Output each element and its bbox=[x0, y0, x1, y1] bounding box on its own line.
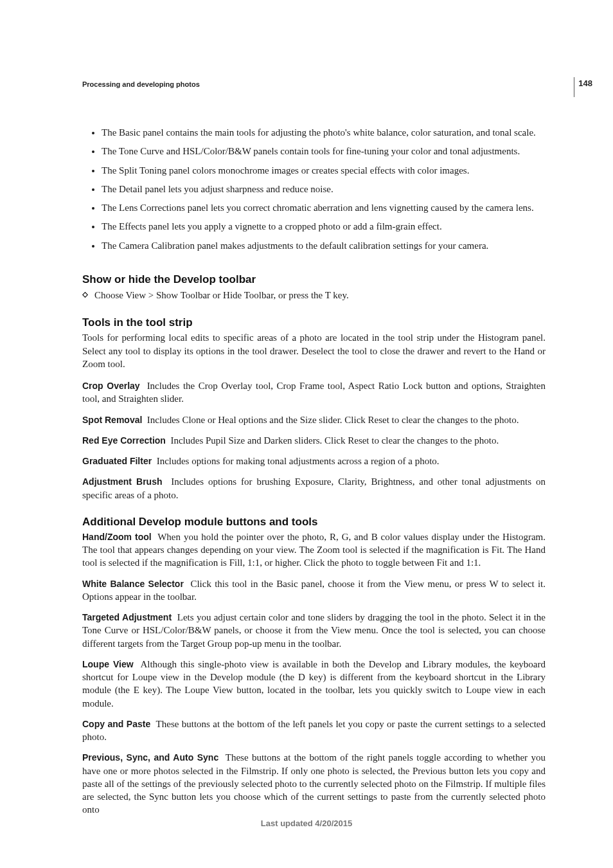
running-header: Processing and developing photos bbox=[82, 80, 546, 88]
term-desc: These buttons at the bottom of the left … bbox=[82, 719, 546, 742]
term-desc: Includes the Crop Overlay tool, Crop Fra… bbox=[82, 381, 546, 404]
term-label: Targeted Adjustment bbox=[82, 612, 172, 622]
term-desc: When you hold the pointer over the photo… bbox=[82, 532, 546, 568]
step-line: Choose View > Show Toolbar or Hide Toolb… bbox=[82, 288, 546, 303]
tool-hand-zoom: Hand/Zoom tool When you hold the pointer… bbox=[82, 530, 546, 570]
bullet-item: The Tone Curve and HSL/Color/B&W panels … bbox=[102, 143, 546, 159]
bullet-item: The Camera Calibration panel makes adjus… bbox=[102, 237, 546, 254]
additional-tools-heading: Additional Develop module buttons and to… bbox=[82, 516, 546, 529]
tools-strip-heading: Tools in the tool strip bbox=[82, 316, 546, 329]
term-label: Adjustment Brush bbox=[82, 476, 162, 487]
term-label: White Balance Selector bbox=[82, 579, 184, 589]
svg-rect-0 bbox=[83, 292, 88, 297]
tool-crop-overlay: Crop Overlay Includes the Crop Overlay t… bbox=[82, 379, 546, 406]
term-label: Graduated Filter bbox=[82, 456, 152, 466]
term-desc: Includes Clone or Heal options and the S… bbox=[147, 415, 519, 425]
tools-strip-intro: Tools for performing local edits to spec… bbox=[82, 331, 546, 370]
bullet-item: The Lens Corrections panel lets you corr… bbox=[102, 199, 546, 216]
tool-adjustment-brush: Adjustment Brush Includes options for br… bbox=[82, 475, 546, 502]
term-label: Previous, Sync, and Auto Sync bbox=[82, 752, 218, 763]
page-footer: Last updated 4/20/2015 bbox=[0, 818, 613, 828]
diamond-bullet-icon bbox=[82, 292, 88, 298]
tool-copy-paste: Copy and Paste These buttons at the bott… bbox=[82, 718, 546, 744]
term-desc: Although this single-photo view is avail… bbox=[82, 659, 546, 709]
bullet-item: The Effects panel lets you apply a vigne… bbox=[102, 218, 546, 235]
bullet-item: The Detail panel lets you adjust sharpne… bbox=[102, 181, 546, 197]
term-desc: Includes Pupil Size and Darken sliders. … bbox=[170, 435, 499, 446]
step-text: Choose View > Show Toolbar or Hide Toolb… bbox=[94, 290, 349, 300]
term-label: Red Eye Correction bbox=[82, 435, 166, 446]
term-label: Crop Overlay bbox=[82, 381, 140, 391]
show-hide-toolbar-heading: Show or hide the Develop toolbar bbox=[82, 273, 546, 286]
tool-targeted-adjustment: Targeted Adjustment Lets you adjust cert… bbox=[82, 611, 546, 650]
panel-bullet-list: The Basic panel contains the main tools … bbox=[82, 124, 546, 254]
tool-spot-removal: Spot Removal Includes Clone or Heal opti… bbox=[82, 413, 546, 426]
tool-graduated-filter: Graduated Filter Includes options for ma… bbox=[82, 455, 546, 467]
bullet-item: The Basic panel contains the main tools … bbox=[102, 124, 546, 141]
document-page: 148 Processing and developing photos The… bbox=[0, 0, 613, 868]
tool-loupe-view: Loupe View Although this single-photo vi… bbox=[82, 658, 546, 710]
term-label: Hand/Zoom tool bbox=[82, 532, 152, 542]
tool-red-eye: Red Eye Correction Includes Pupil Size a… bbox=[82, 434, 546, 447]
tool-previous-sync: Previous, Sync, and Auto Sync These butt… bbox=[82, 751, 546, 816]
bullet-item: The Split Toning panel colors monochrome… bbox=[102, 162, 546, 179]
tool-white-balance: White Balance Selector Click this tool i… bbox=[82, 577, 546, 604]
term-label: Loupe View bbox=[82, 659, 134, 669]
term-desc: Includes options for making tonal adjust… bbox=[157, 456, 440, 466]
page-number: 148 bbox=[574, 77, 592, 97]
term-label: Spot Removal bbox=[82, 415, 142, 425]
term-label: Copy and Paste bbox=[82, 719, 150, 729]
